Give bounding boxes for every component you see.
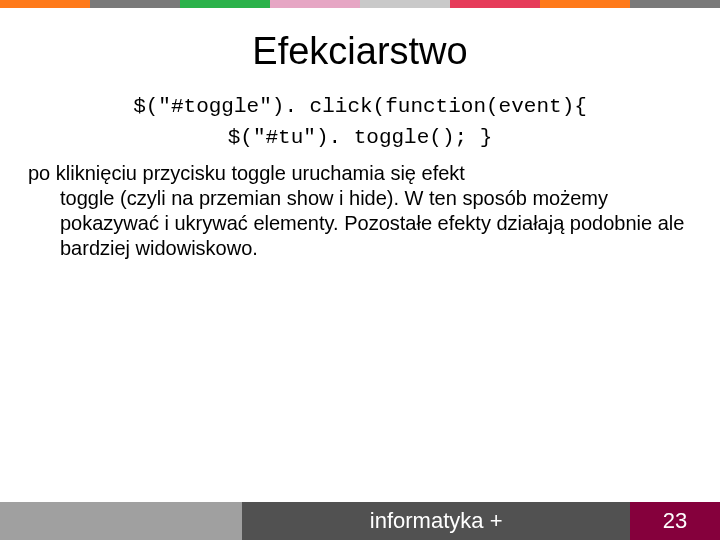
stripe-seg — [630, 0, 720, 8]
slide: Efekciarstwo $("#toggle"). click(functio… — [0, 0, 720, 540]
code-line-1: $("#toggle"). click(function(event){ — [0, 95, 720, 118]
top-stripe — [0, 0, 720, 8]
footer-left — [0, 502, 242, 540]
body-first-line: po kliknięciu przycisku toggle uruchamia… — [28, 162, 465, 184]
stripe-seg — [0, 0, 90, 8]
stripe-seg — [180, 0, 270, 8]
stripe-seg — [360, 0, 450, 8]
page-number: 23 — [630, 502, 720, 540]
stripe-seg — [450, 0, 540, 8]
body-rest: toggle (czyli na przemian show i hide). … — [28, 186, 692, 261]
footer-brand: informatyka + — [242, 502, 630, 540]
stripe-seg — [270, 0, 360, 8]
code-line-2: $("#tu"). toggle(); } — [0, 126, 720, 149]
body-paragraph: po kliknięciu przycisku toggle uruchamia… — [0, 153, 720, 261]
footer: informatyka + 23 — [0, 502, 720, 540]
page-title: Efekciarstwo — [0, 30, 720, 73]
stripe-seg — [90, 0, 180, 8]
stripe-seg — [540, 0, 630, 8]
